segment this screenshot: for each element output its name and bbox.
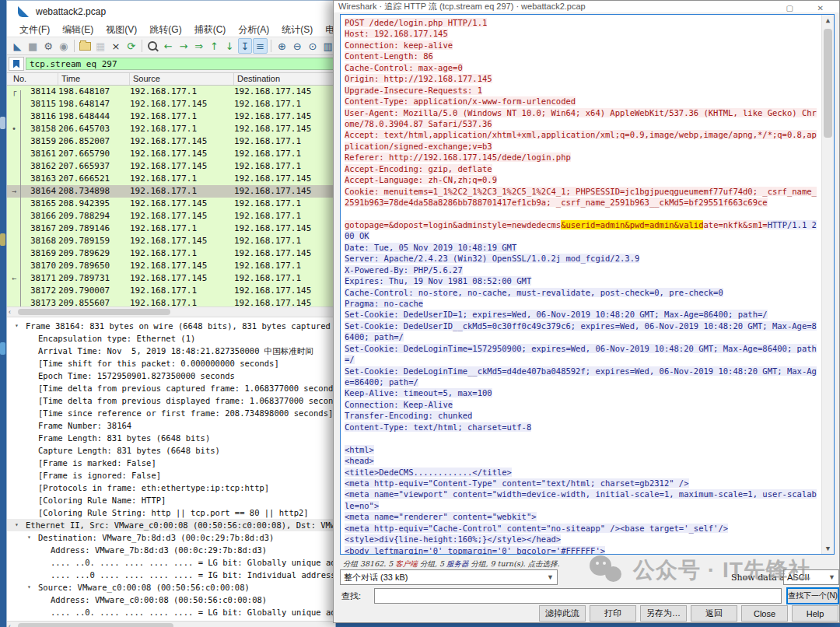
menu-file[interactable]: 文件(F) <box>13 23 56 37</box>
detail-line[interactable]: ▾Ethernet II, Src: VMware_c0:00:08 (00:5… <box>7 519 335 531</box>
detail-line[interactable]: [Time delta from previous captured frame… <box>7 382 335 394</box>
menu-capture[interactable]: 捕获(C) <box>188 23 233 37</box>
expand-arrow-icon[interactable]: ▾ <box>27 531 31 544</box>
detail-line[interactable]: Frame Length: 831 bytes (6648 bits) <box>7 432 335 444</box>
column-header-destination[interactable]: Destination <box>234 73 335 85</box>
column-header-source[interactable]: Source <box>130 73 234 85</box>
expand-arrow-icon[interactable]: ▾ <box>15 320 19 332</box>
packet-row[interactable]: 38165208.942395192.168.177.145192.168.17… <box>7 198 335 210</box>
display-filter-input[interactable] <box>26 58 334 70</box>
column-header-no[interactable]: No. <box>7 73 58 85</box>
detail-line[interactable]: [Coloring Rule Name: HTTP] <box>7 494 335 506</box>
menu-statistics[interactable]: 统计(S) <box>275 23 319 37</box>
stream-vscrollbar[interactable]: ▲ ▼ <box>821 15 834 554</box>
find-next-button[interactable]: 查找下一个(N) <box>786 587 839 604</box>
detail-line[interactable]: Address: VMware_7b:8d:d3 (00:0c:29:7b:8d… <box>7 544 335 556</box>
detail-line[interactable]: [Protocols in frame: eth:ethertype:ip:tc… <box>7 482 335 494</box>
detail-line[interactable]: Capture Length: 831 bytes (6648 bits) <box>7 444 335 457</box>
zoom-in-icon[interactable]: ⊕ <box>275 38 289 54</box>
detail-line[interactable]: [Time delta from previous displayed fram… <box>7 394 335 407</box>
auto-scroll-icon[interactable]: ↧ <box>238 38 253 54</box>
help-button[interactable]: Help <box>792 605 838 622</box>
vscroll-thumb[interactable] <box>824 29 832 138</box>
packet-row[interactable]: 38164208.734898192.168.177.1192.168.177.… <box>7 185 335 198</box>
packet-row[interactable]: 38173209.855607192.168.177.1192.168.177.… <box>7 297 335 306</box>
detail-line[interactable]: [Time since reference or first frame: 20… <box>7 407 335 419</box>
detail-line[interactable]: ▾Destination: VMware_7b:8d:d3 (00:0c:29:… <box>7 531 335 544</box>
start-capture-icon[interactable]: ◣ <box>10 38 25 54</box>
packet-row[interactable]: 38115198.648147192.168.177.145192.168.17… <box>7 98 335 110</box>
find-input[interactable] <box>374 588 782 604</box>
detail-line[interactable]: [Frame is ignored: False] <box>7 469 335 482</box>
go-last-packet-icon[interactable]: ↓ <box>222 38 237 54</box>
show-data-as-select[interactable]: ASCII ▼ <box>783 569 839 585</box>
menu-view[interactable]: 视图(V) <box>100 23 143 37</box>
expand-arrow-icon[interactable]: ▾ <box>27 581 31 594</box>
detail-line[interactable]: Encapsulation type: Ethernet (1) <box>7 332 335 345</box>
packet-row[interactable]: 38158206.645703192.168.177.1192.168.177.… <box>7 123 335 135</box>
column-header-time[interactable]: Time <box>58 73 130 85</box>
back-button[interactable]: 返回 <box>691 605 737 622</box>
detail-line[interactable]: Address: VMware_c0:00:08 (00:50:56:c0:00… <box>7 594 335 606</box>
stream-content[interactable]: POST /dede/login.php HTTP/1.1Host: 192.1… <box>340 14 835 555</box>
scroll-down-icon[interactable]: ▼ <box>822 543 834 554</box>
detail-line[interactable]: [Frame is marked: False] <box>7 457 335 469</box>
conversation-select[interactable]: 整个对话 (33 kB) ▼ <box>340 569 558 585</box>
detail-line[interactable]: .... ..0. .... .... .... .... = LG bit: … <box>7 556 335 569</box>
go-forward-icon[interactable]: → <box>177 38 191 54</box>
dialog-window-controls[interactable]: ▢ ✕ <box>786 4 835 12</box>
reload-file-icon[interactable]: ⟳ <box>124 38 138 54</box>
filter-bookmark-button[interactable] <box>9 57 24 71</box>
packet-row[interactable]: 38168209.789159192.168.177.145192.168.17… <box>7 235 335 247</box>
details-hscrollbar[interactable]: ‹ <box>7 621 335 627</box>
detail-line[interactable]: ▾Frame 38164: 831 bytes on wire (6648 bi… <box>7 320 335 332</box>
menu-edit[interactable]: 编辑(E) <box>56 23 100 37</box>
hscroll-thumb[interactable] <box>18 309 170 315</box>
close-button[interactable]: Close <box>741 605 788 622</box>
scroll-up-icon[interactable]: ▲ <box>822 15 834 26</box>
scroll-left-icon[interactable]: ‹ <box>9 622 11 627</box>
close-file-icon[interactable]: × <box>109 38 124 54</box>
hscroll-thumb[interactable] <box>18 623 173 627</box>
menu-go[interactable]: 跳转(G) <box>143 23 187 37</box>
menu-analyze[interactable]: 分析(A) <box>232 23 275 37</box>
zoom-out-icon[interactable]: ⊖ <box>290 38 305 54</box>
packet-row[interactable]: 38159206.852007192.168.177.145192.168.17… <box>7 135 335 148</box>
find-packet-icon[interactable] <box>145 38 160 54</box>
packet-row[interactable]: 38171209.789731192.168.177.145192.168.17… <box>7 272 335 285</box>
open-file-icon[interactable] <box>78 38 93 54</box>
packet-row[interactable]: 38172209.790007192.168.177.1192.168.177.… <box>7 285 335 297</box>
go-back-icon[interactable]: ← <box>161 38 176 54</box>
packet-row[interactable]: 38114198.648107192.168.177.1192.168.177.… <box>7 86 335 98</box>
detail-line[interactable]: Frame Number: 38164 <box>7 419 335 432</box>
packet-row[interactable]: 38161207.665790192.168.177.145192.168.17… <box>7 148 335 160</box>
packet-row[interactable]: 38169209.789629192.168.177.1192.168.177.… <box>7 247 335 260</box>
detail-line[interactable]: [Time shift for this packet: 0.000000000… <box>7 357 335 370</box>
packet-row[interactable]: 38116198.648444192.168.177.1192.168.177.… <box>7 110 335 123</box>
main-title-bar[interactable]: webattack2.pcap <box>7 1 335 23</box>
detail-line[interactable]: ▾Source: VMware_c0:00:08 (00:50:56:c0:00… <box>7 581 335 594</box>
packet-row[interactable]: 38170209.789650192.168.177.145192.168.17… <box>7 260 335 272</box>
glyph: ↑ <box>210 41 219 51</box>
packet-row[interactable]: 38162207.665937192.168.177.145192.168.17… <box>7 160 335 173</box>
print-button[interactable]: 打印 <box>590 605 636 622</box>
packet-row[interactable]: 38167209.789146192.168.177.1192.168.177.… <box>7 222 335 235</box>
detail-line[interactable]: [Coloring Rule String: http || tcp.port … <box>7 506 335 519</box>
zoom-original-icon[interactable]: ⊙ <box>306 38 320 54</box>
go-to-packet-icon[interactable]: ⇒ <box>191 38 206 54</box>
filter-out-stream-button[interactable]: 滤掉此流 <box>539 605 586 622</box>
packet-row[interactable]: 38163207.666521192.168.177.1192.168.177.… <box>7 173 335 185</box>
save-as-button[interactable]: 另存为… <box>640 605 687 622</box>
scroll-left-icon[interactable]: ‹ <box>9 307 11 317</box>
detail-line[interactable]: Epoch Time: 1572950901.827350000 seconds <box>7 370 335 382</box>
detail-line[interactable]: Arrival Time: Nov 5, 2019 18:48:21.82735… <box>7 345 335 357</box>
detail-line[interactable]: .... ..0. .... .... .... .... = LG bit: … <box>7 606 335 618</box>
colorize-icon[interactable]: ≡ <box>253 38 268 54</box>
detail-line[interactable]: .... ...0 .... .... .... .... = IG bit: … <box>7 569 335 581</box>
packet-row[interactable]: 38166209.788294192.168.177.145192.168.17… <box>7 210 335 222</box>
capture-options-icon[interactable]: ⚙ <box>41 38 56 54</box>
go-first-packet-icon[interactable]: ↑ <box>207 38 222 54</box>
expand-arrow-icon[interactable]: ▾ <box>15 519 19 531</box>
dialog-title-bar[interactable]: Wireshark · 追踪 HTTP 流 (tcp.stream eq 297… <box>334 1 839 12</box>
packet-list-hscrollbar[interactable]: ‹ <box>7 306 335 317</box>
